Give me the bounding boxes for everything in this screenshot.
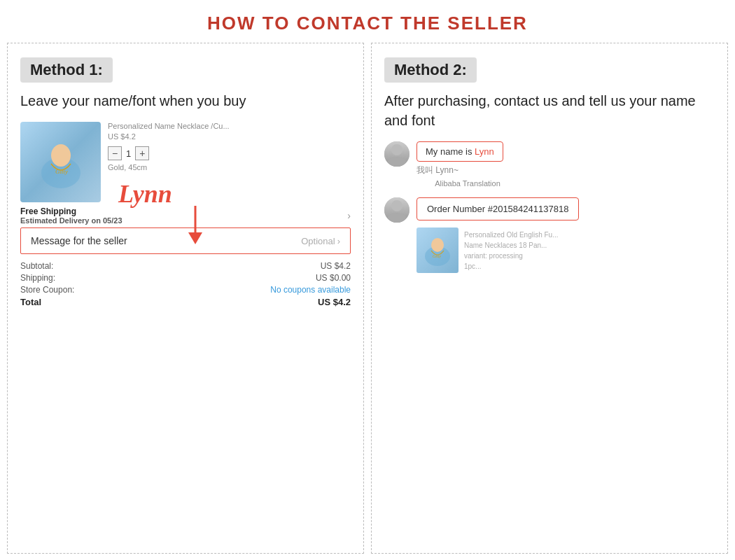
method2-panel: Method 2: After purchasing, contact us a… bbox=[371, 43, 728, 554]
shipping-title: Free Shipping bbox=[20, 206, 122, 216]
order-product-info: Personalized Old English Fu... Name Neck… bbox=[464, 230, 559, 272]
totals-section: Subtotal: US $4.2 Shipping: US $0.00 Sto… bbox=[20, 261, 351, 307]
svg-point-1 bbox=[51, 144, 71, 167]
qty-increase-button[interactable]: + bbox=[135, 146, 149, 160]
method2-description: After purchasing, contact us and tell us… bbox=[384, 91, 715, 130]
svg-marker-4 bbox=[188, 232, 202, 244]
product-image-inner: Gitty bbox=[20, 122, 101, 202]
order-product-line1: Personalized Old English Fu... bbox=[464, 230, 559, 240]
svg-text:Gitty: Gitty bbox=[55, 168, 68, 175]
shipping-chevron-icon: › bbox=[347, 210, 351, 221]
chat-name-highlight: Lynn bbox=[475, 146, 494, 157]
seller-message-optional: Optional › bbox=[301, 236, 340, 246]
avatar-2 bbox=[384, 197, 410, 223]
shipping-cost-label: Shipping: bbox=[20, 273, 55, 283]
variant-label: Gold, 45cm bbox=[108, 163, 351, 172]
avatar-body bbox=[388, 157, 406, 167]
chat-row-1: My name is Lynn 我叫 Lynn~ Alibaba Transla… bbox=[384, 141, 715, 188]
total-row: Total US $4.2 bbox=[20, 297, 351, 307]
chat-chinese-text: 我叫 Lynn~ bbox=[416, 164, 503, 176]
avatar-inner-1 bbox=[384, 141, 410, 167]
avatar-head bbox=[391, 144, 402, 155]
product-title: Personalized Name Necklace /Cu... bbox=[108, 122, 351, 130]
necklace-image-svg: Gitty bbox=[33, 134, 89, 190]
shipping-date-value: 05/23 bbox=[103, 216, 122, 225]
coupon-value[interactable]: No coupons available bbox=[270, 285, 351, 295]
qty-decrease-button[interactable]: − bbox=[108, 146, 122, 160]
shipping-cost-value: US $0.00 bbox=[316, 273, 351, 283]
lynn-example-text: Lynn bbox=[118, 179, 172, 209]
shipping-date: Estimated Delivery on 05/23 bbox=[20, 216, 122, 225]
avatar-head-2 bbox=[391, 200, 402, 211]
avatar-inner-2 bbox=[384, 197, 410, 223]
order-product-row: Gitty Personalized Old English Fu... Nam… bbox=[416, 227, 579, 273]
order-product-line3: variant: processing bbox=[464, 251, 559, 261]
shipping-info: Free Shipping Estimated Delivery on 05/2… bbox=[20, 206, 122, 225]
svg-point-6 bbox=[431, 238, 444, 252]
main-container: Method 1: Leave your name/font when you … bbox=[0, 43, 735, 554]
shipping-cost-row: Shipping: US $0.00 bbox=[20, 273, 351, 283]
seller-message-label: Message for the seller bbox=[31, 235, 127, 246]
product-price: US $4.2 bbox=[108, 132, 351, 141]
svg-text:Gitty: Gitty bbox=[433, 254, 441, 258]
method1-description: Leave your name/font when you buy bbox=[20, 91, 351, 111]
avatar-1 bbox=[384, 141, 410, 167]
chat-row-2: Order Number #201584241137818 Gitty Pe bbox=[384, 197, 715, 273]
order-number-bubble: Order Number #201584241137818 bbox=[416, 197, 579, 220]
shipping-date-label: Estimated Delivery on bbox=[20, 216, 101, 225]
total-label: Total bbox=[20, 297, 41, 307]
method2-badge: Method 2: bbox=[384, 57, 477, 83]
translation-label: Alibaba Translation bbox=[416, 179, 500, 188]
qty-row: − 1 + bbox=[108, 146, 351, 160]
chat-container: My name is Lynn 我叫 Lynn~ Alibaba Transla… bbox=[384, 141, 715, 273]
avatar-body-2 bbox=[388, 213, 406, 223]
method1-badge: Method 1: bbox=[20, 57, 113, 83]
coupon-row: Store Coupon: No coupons available bbox=[20, 285, 351, 295]
chat-bubble-col-2: Order Number #201584241137818 Gitty Pe bbox=[416, 197, 579, 273]
order-product-line2: Name Necklaces 18 Pan... bbox=[464, 240, 559, 251]
subtotal-value: US $4.2 bbox=[321, 261, 351, 271]
seller-message-chevron-icon: › bbox=[337, 236, 340, 246]
subtotal-label: Subtotal: bbox=[20, 261, 53, 271]
product-image: Gitty bbox=[20, 122, 101, 202]
product-info: Personalized Name Necklace /Cu... US $4.… bbox=[108, 122, 351, 172]
chat-bubble-col-1: My name is Lynn 我叫 Lynn~ Alibaba Transla… bbox=[416, 141, 503, 188]
method1-panel: Method 1: Leave your name/font when you … bbox=[7, 43, 364, 554]
page-title: HOW TO CONTACT THE SELLER bbox=[0, 0, 735, 43]
coupon-label: Store Coupon: bbox=[20, 285, 74, 295]
red-arrow-icon bbox=[185, 206, 206, 247]
qty-number: 1 bbox=[126, 148, 131, 159]
subtotal-row: Subtotal: US $4.2 bbox=[20, 261, 351, 271]
method1-mockup: Gitty Personalized Name Necklace /Cu... … bbox=[20, 122, 351, 307]
chat-message-1: My name is Lynn bbox=[416, 141, 503, 162]
order-product-line4: 1pc... bbox=[464, 261, 559, 272]
order-product-image: Gitty bbox=[416, 227, 458, 273]
order-necklace-svg: Gitty bbox=[420, 231, 455, 270]
total-value: US $4.2 bbox=[318, 297, 351, 307]
product-row: Gitty Personalized Name Necklace /Cu... … bbox=[20, 122, 351, 202]
